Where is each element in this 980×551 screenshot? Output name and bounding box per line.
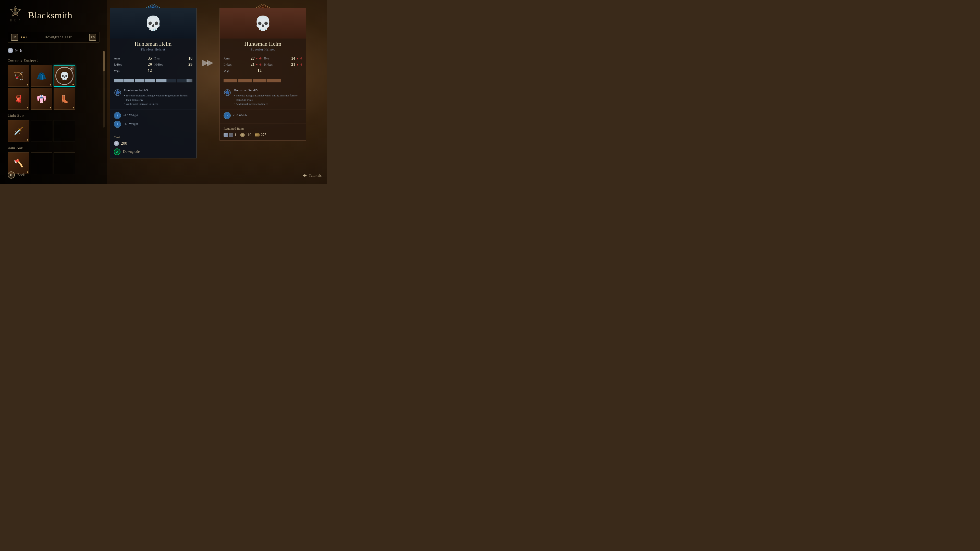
torso-icon: 👘 bbox=[31, 88, 52, 110]
d-rune-icon-1 bbox=[224, 112, 231, 119]
d-stat-eva-diff: -4 bbox=[300, 57, 302, 60]
chest-icon: 🧥 bbox=[31, 65, 52, 86]
current-stats-grid: Arm 35 Eva 18 L-Res 29 H-Res 29 Wgt 12 bbox=[114, 56, 192, 73]
current-card-header-img: 💀 bbox=[110, 8, 196, 38]
rune-text: ᚺᛁᛈᛁᛏ bbox=[10, 19, 21, 22]
current-upgrade-bar-section bbox=[110, 76, 196, 85]
enchant-text-2: -1.0 Weight bbox=[124, 122, 138, 126]
tutorials-btn[interactable]: ✚ Tutorials bbox=[303, 173, 321, 179]
pip-2 bbox=[124, 79, 134, 83]
set-bonus-2: Additional increase to Speed bbox=[124, 102, 192, 106]
downgrade-enchant-section: -1.0 Weight bbox=[220, 110, 306, 124]
d-set-text: Huntsman Set 4/5 Increase Ranged Damage … bbox=[234, 88, 302, 106]
downgrade-set-bonus-section: Huntsman Set 4/5 Increase Ranged Damage … bbox=[220, 85, 306, 110]
scroll-bar[interactable] bbox=[103, 51, 105, 127]
d-stat-lres-diff: -8 bbox=[259, 63, 262, 67]
a-button[interactable]: A bbox=[114, 148, 121, 155]
enchant-item-2: -1.0 Weight bbox=[114, 121, 192, 128]
lightbow-icon: 🗡️ bbox=[8, 121, 29, 141]
silver-ingot-icon bbox=[224, 133, 233, 137]
current-enchant-section: -1.0 Weight -1.0 Weight bbox=[110, 110, 196, 132]
back-button[interactable]: B bbox=[8, 171, 15, 179]
cost-label: Cost bbox=[114, 135, 192, 139]
equip-slot-chest[interactable]: 🧥 bbox=[30, 65, 52, 87]
downgrade-upgrade-bar-section bbox=[220, 76, 306, 85]
dane-axe-row: 🪓 bbox=[8, 152, 100, 174]
d-stat-lres-arrow: ▼ bbox=[256, 63, 258, 66]
slot-dot-torso bbox=[50, 107, 51, 108]
silver-amount: 916 bbox=[15, 48, 22, 53]
svg-marker-8 bbox=[207, 60, 213, 66]
cost-amount: 200 bbox=[121, 141, 127, 146]
equip-slot-empty-1[interactable] bbox=[30, 120, 52, 142]
d-stat-eva-label: Eva bbox=[264, 56, 269, 60]
equip-slot-lightbow[interactable]: 🗡️ bbox=[8, 120, 29, 142]
enchant-item-1: -1.0 Weight bbox=[114, 112, 192, 119]
current-card-subtitle: Flawless Helmet bbox=[114, 48, 192, 52]
set-title: Huntsman Set 4/5 bbox=[124, 88, 192, 92]
slot-dot-helm bbox=[73, 84, 74, 85]
stat-lres-row: L-Res 29 bbox=[114, 62, 152, 67]
downgrade-label: Downgrade bbox=[123, 150, 140, 154]
regained-section: Regained Items 1 110 275 bbox=[220, 124, 306, 140]
d-set-bonus-1: Increase Ranged Damage when hitting enem… bbox=[234, 94, 302, 102]
nav-dot-1 bbox=[21, 37, 22, 38]
stat-hres-label: H-Res bbox=[154, 62, 163, 67]
lb-button[interactable]: LB bbox=[11, 34, 18, 41]
stat-eva-label: Eva bbox=[154, 56, 159, 60]
d-set-title: Huntsman Set 4/5 bbox=[234, 88, 302, 92]
stat-eva-value: 18 bbox=[188, 56, 192, 61]
regained-items-list: 1 110 275 bbox=[224, 133, 302, 137]
currently-equipped-row1: 🏹 🧥 R 💀 bbox=[8, 65, 100, 87]
downgrade-upgrade-bar bbox=[224, 79, 302, 83]
equip-slot-daneaxe[interactable]: 🪓 bbox=[8, 152, 29, 174]
regained-wood: 275 bbox=[255, 133, 266, 137]
current-card-title: Huntsman Helm bbox=[114, 41, 192, 47]
downgrade-item-card: 💀 Huntsman Helm Superior Helmet Arm 27 ▼… bbox=[220, 8, 306, 141]
d-stat-eva-value: 14 bbox=[291, 56, 295, 61]
slot-dot-chest bbox=[50, 84, 51, 86]
downgrade-btn[interactable]: A Downgrade bbox=[114, 148, 192, 155]
stat-wgt-label: Wgt bbox=[114, 68, 119, 73]
bow-icon: 🏹 bbox=[8, 65, 29, 86]
pip-5 bbox=[156, 79, 165, 83]
downgrade-card-title: Huntsman Helm bbox=[224, 41, 302, 47]
equip-slot-torso[interactable]: 👘 bbox=[30, 88, 52, 110]
rb-button[interactable]: RB bbox=[89, 34, 96, 41]
pip-6 bbox=[166, 79, 176, 83]
pip-7 bbox=[177, 79, 186, 83]
current-cost-section: Cost 200 A Downgrade bbox=[110, 132, 196, 158]
equip-slot-empty-4[interactable] bbox=[54, 152, 75, 174]
upgrade-bar-end bbox=[187, 79, 192, 83]
pip-4 bbox=[145, 79, 155, 83]
stat-arm-value: 35 bbox=[148, 56, 152, 61]
d-stat-eva-row: Eva 14 ▼ -4 bbox=[264, 56, 302, 61]
slot-dot-boots bbox=[73, 107, 74, 108]
rune-icon-2 bbox=[114, 121, 121, 128]
cards-area: 💀 Huntsman Helm Flawless Helmet Arm 35 E… bbox=[110, 8, 321, 159]
equip-slot-empty-3[interactable] bbox=[30, 152, 52, 174]
d-stat-hres-arrow: ▼ bbox=[296, 63, 299, 66]
d-pip-4 bbox=[267, 79, 281, 83]
stat-eva-row: Eva 18 bbox=[154, 56, 192, 61]
bottom-nav: B Back bbox=[8, 171, 25, 179]
regained-material-amount: 110 bbox=[246, 133, 251, 137]
current-helm-icon: 💀 bbox=[143, 13, 163, 33]
equip-slot-boots[interactable]: 👢 bbox=[54, 88, 75, 110]
nav-dots bbox=[21, 37, 27, 38]
d-stat-arm-value: 27 bbox=[251, 56, 255, 61]
d-stat-hres-label: H-Res bbox=[264, 62, 272, 67]
d-stat-eva-badge: 14 ▼ -4 bbox=[291, 56, 302, 61]
dane-axe-label: Dane Axe bbox=[8, 146, 100, 150]
equip-slot-hood[interactable]: 🧣 bbox=[8, 88, 29, 110]
silver-count: 916 bbox=[8, 48, 100, 53]
nav-label: Downgrade gear bbox=[30, 35, 86, 39]
equip-slot-bow[interactable]: 🏹 bbox=[8, 65, 29, 87]
d-stat-arm-badge: 27 ▼ -8 bbox=[251, 56, 262, 61]
equip-slot-empty-2[interactable] bbox=[54, 120, 75, 142]
equip-slot-helm[interactable]: R 💀 bbox=[54, 65, 75, 87]
downgrade-card-header-img: 💀 bbox=[220, 8, 306, 38]
scroll-thumb[interactable] bbox=[103, 51, 105, 71]
d-pip-3 bbox=[253, 79, 266, 83]
regained-silver-ingot: 1 bbox=[224, 133, 236, 137]
